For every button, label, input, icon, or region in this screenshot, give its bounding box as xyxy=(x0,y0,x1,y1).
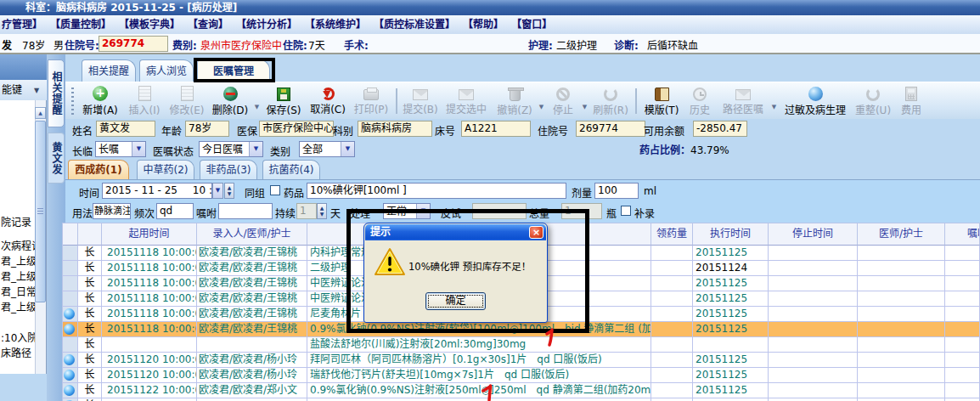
sidebar-header xyxy=(0,54,47,80)
sidebar-record-item[interactable]: 君_日常 xyxy=(1,284,37,298)
menu-item-4[interactable]: 【查询】 xyxy=(188,15,228,34)
order-cell xyxy=(945,322,980,337)
admission-field[interactable]: 269774 xyxy=(576,121,645,137)
toolbar-button-label: 保存(S) xyxy=(267,102,301,116)
menu-item-1[interactable]: 疗管理】 xyxy=(2,15,42,34)
tab-orders-management[interactable]: 医嘱管理 xyxy=(197,59,270,82)
chevron-down-icon[interactable]: ▼ xyxy=(341,142,354,156)
sidebar-record-item[interactable]: 君_上级 xyxy=(1,253,37,268)
order-row[interactable]: 长20151120 10:00:00欧凌君/欧凌君/杨小玲拜阿司匹林（阿司匹林肠… xyxy=(62,353,980,368)
toolbar-edit-doc-button[interactable]: 修改(E) xyxy=(166,83,208,119)
dialog-titlebar[interactable]: 提示 × xyxy=(365,224,546,240)
dose-field[interactable]: 100 xyxy=(594,183,639,199)
order-row[interactable]: 长20151120 10:00:00欧凌君/欧凌君/杨小玲瑞舒伐他汀钙片(舒夫坦… xyxy=(62,368,980,383)
toolbar-pathway-envelope-button[interactable]: 路径医嘱 xyxy=(717,83,769,119)
order-cell: 欧凌君/欧凌君/杨小玲 xyxy=(197,353,307,368)
longterm-dropdown[interactable]: 长嘱 ▼ xyxy=(95,141,146,157)
chevron-down-icon[interactable]: ▼ xyxy=(249,142,262,156)
chevron-down-icon[interactable]: ▼ xyxy=(132,142,145,156)
advice-field[interactable] xyxy=(218,203,273,219)
order-cell xyxy=(858,337,945,353)
datetime-spinner[interactable] xyxy=(224,183,234,199)
admission-no-field[interactable]: 269774 xyxy=(99,36,168,52)
chevron-down-icon[interactable]: ▼ xyxy=(416,204,430,218)
sidebar-record-item[interactable]: 君_上级 xyxy=(1,268,37,283)
drug-tab-4[interactable]: 抗菌药(4) xyxy=(262,160,320,179)
insurance-field[interactable]: 市医疗保险中心 xyxy=(259,121,334,137)
menu-item-7[interactable]: 【质控标准设置】 xyxy=(374,15,455,34)
sidebar-tab-patient-name[interactable]: 黄文发 xyxy=(48,133,65,184)
toolbar-rearrange-refresh-button[interactable]: 重整(U) xyxy=(852,83,894,119)
toolbar-grip-handle[interactable] xyxy=(71,88,74,115)
sidebar-record-item[interactable]: :10入院 xyxy=(1,330,37,344)
toolbar-allergy-globe-button[interactable]: 过敏及病生理 xyxy=(779,83,852,119)
bed-field[interactable]: A1221 xyxy=(461,121,531,137)
toolbar-trash-button[interactable]: 撤销(Z) xyxy=(493,83,537,119)
sidebar-record-item[interactable]: 院记录 xyxy=(1,214,31,229)
toolbar-delete-minus-button[interactable]: 删除(D) xyxy=(208,83,252,119)
toolbar-submit-selected-envelope-button[interactable]: 提交选中 xyxy=(440,83,493,119)
tab-patient-browse[interactable]: 病人浏览 xyxy=(139,59,194,82)
drug-tab-3[interactable]: 非药品(3) xyxy=(200,160,257,179)
menu-item-5[interactable]: 【统计分析】 xyxy=(236,15,297,34)
order-row[interactable]: 长20151118 10:00:00欧凌君/欧凌君/王锦桃0.9%氯化钠(0.9… xyxy=(62,322,980,337)
drug-name-field[interactable]: 10%碘化钾[100ml ] xyxy=(307,183,566,199)
usage-field[interactable]: 静脉滴注 xyxy=(93,203,131,219)
chevron-down-icon[interactable]: ▼ xyxy=(537,92,546,110)
toolbar-refresh-button[interactable]: 刷新(R) xyxy=(589,83,632,119)
sidebar-scrollbar-thumb[interactable] xyxy=(35,121,46,302)
duration-field[interactable]: 1 xyxy=(296,203,317,219)
skintest-field[interactable] xyxy=(472,203,527,219)
ok-button[interactable]: 确定 xyxy=(425,292,486,310)
sidebar-tab-related-reminder[interactable]: 相关提醒 xyxy=(48,59,65,127)
order-cell xyxy=(62,276,78,291)
datetime-dropdown-icon[interactable]: ▼ xyxy=(212,183,223,199)
duration-spinner[interactable] xyxy=(317,203,327,219)
name-field[interactable]: 黄文发 xyxy=(96,121,155,137)
toolbar-stop-button[interactable]: 停止 xyxy=(546,83,580,119)
toolbar-insert-doc-button[interactable]: 插入(I) xyxy=(123,83,166,119)
toolbar-add-button[interactable]: 新增(A) xyxy=(77,83,123,119)
toolbar-template-book-button[interactable]: 模版(T) xyxy=(640,83,683,119)
chevron-down-icon[interactable]: ▼ xyxy=(34,81,39,101)
dept-field[interactable]: 脑病科病房 xyxy=(358,121,432,137)
sidebar-record-item[interactable]: 床路径 xyxy=(1,345,31,359)
age-label: 年龄 xyxy=(161,123,182,138)
tab-related-reminder[interactable]: 相关提醒 xyxy=(82,59,136,82)
menu-item-6[interactable]: 【系统维护】 xyxy=(305,15,366,34)
status-dropdown[interactable]: 今日医嘱 ▼ xyxy=(199,141,263,157)
order-datetime-field[interactable]: 2015 - 11 - 25 10 : 00 xyxy=(102,183,212,199)
toolbar-submit-envelope-button[interactable]: 提交(B) xyxy=(401,83,440,119)
chevron-down-icon[interactable]: ▼ xyxy=(252,92,262,110)
same-group-checkbox[interactable] xyxy=(270,185,280,195)
balance-field[interactable]: -2850.47 xyxy=(693,121,747,137)
order-row[interactable]: 长20151122 10:00:00欧凌君/欧凌君/郑小文0.9%氯化钠(0.9… xyxy=(62,383,980,398)
close-icon[interactable]: × xyxy=(529,226,544,239)
scrollbar-up-arrow-icon[interactable]: ▲ xyxy=(35,107,46,119)
toolbar-printer-button[interactable]: 打印(P) xyxy=(350,83,392,119)
chevron-down-icon[interactable]: ▼ xyxy=(769,92,779,110)
order-cell xyxy=(651,261,693,276)
function-key-bar[interactable]: 能键 ▼ xyxy=(0,80,47,100)
total-field[interactable]: 1 xyxy=(561,203,602,219)
drug-tab-1[interactable]: 西成药(1) xyxy=(68,160,129,179)
makeup-checkbox[interactable] xyxy=(621,206,631,216)
toolbar-history-clock-button[interactable]: 历史 xyxy=(683,83,717,119)
toolbar-save-disk-button[interactable]: 保存(S) xyxy=(262,83,306,119)
chevron-down-icon[interactable]: ▼ xyxy=(580,92,589,110)
category-dropdown[interactable]: 全部 ▼ xyxy=(299,141,355,157)
drug-tab-2[interactable]: 中草药(2) xyxy=(137,160,194,179)
age-field[interactable]: 78岁 xyxy=(185,121,229,137)
frequency-field[interactable]: qd xyxy=(156,203,194,219)
process-dropdown[interactable]: 正常 ▼ xyxy=(383,203,431,219)
order-cell: 0.9%氯化钠(0.9%NS)注射液[250ml◎]250ml qd 静滴第二组… xyxy=(307,383,651,398)
toolbar-cancel-undo-button[interactable]: 取消(C) xyxy=(306,83,350,119)
menu-item-3[interactable]: 【模板字典】 xyxy=(119,15,180,34)
sidebar-record-item[interactable]: 君_上级 xyxy=(1,299,37,313)
toolbar-fee-calculator-button[interactable]: 费用 xyxy=(894,83,928,119)
process-value: 正常 xyxy=(386,205,407,218)
order-row[interactable]: 长盐酸法舒地尔(川威)注射液[20ml:30mg]30mg xyxy=(62,337,980,353)
menu-item-9[interactable]: 【窗口】 xyxy=(511,15,552,34)
menu-item-2[interactable]: 【质量控制】 xyxy=(50,15,111,34)
menu-item-8[interactable]: 【帮助】 xyxy=(463,15,504,34)
